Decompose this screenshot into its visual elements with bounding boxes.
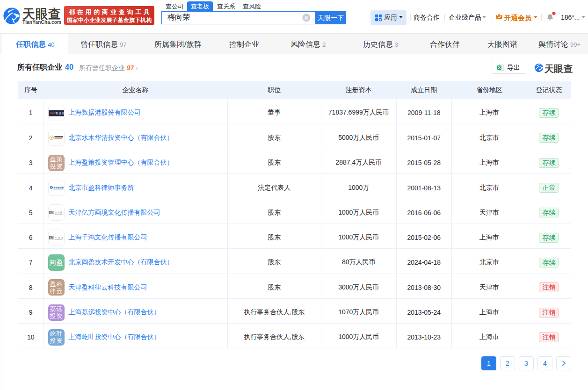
svg-text:盈科律师事务所: 盈科律师事务所 xyxy=(53,186,64,189)
svg-text:亿方画: 亿方画 xyxy=(54,211,62,215)
svg-text:千 鸿 文: 千 鸿 文 xyxy=(54,236,64,239)
svg-text:数据港: 数据港 xyxy=(56,112,64,115)
